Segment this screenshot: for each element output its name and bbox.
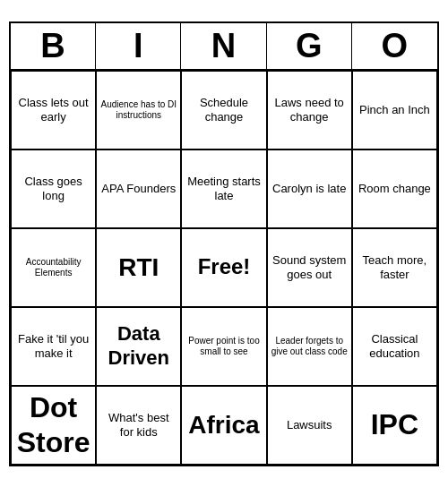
header-letter-g: G [267,23,352,69]
bingo-header: BINGO [11,23,437,71]
bingo-cell-8: Carolyn is late [267,150,352,228]
header-letter-n: N [181,23,266,69]
bingo-cell-19: Classical education [352,307,437,386]
bingo-cell-12: Free! [181,228,266,307]
bingo-cell-6: APA Founders [96,150,181,228]
bingo-card: BINGO Class lets out earlyAudience has t… [9,21,439,466]
header-letter-i: I [96,23,181,69]
bingo-cell-2: Schedule change [181,71,266,150]
bingo-cell-23: Lawsuits [267,386,352,465]
bingo-cell-17: Power point is too small to see [181,307,266,386]
bingo-cell-9: Room change [352,150,437,228]
bingo-cell-14: Teach more, faster [352,228,437,307]
bingo-cell-3: Laws need to change [267,71,352,150]
bingo-cell-24: IPC [352,386,437,465]
header-letter-b: B [11,23,96,69]
bingo-cell-11: RTI [96,228,181,307]
bingo-grid: Class lets out earlyAudience has to DI i… [11,71,437,465]
bingo-cell-15: Fake it 'til you make it [11,307,96,386]
bingo-cell-20: Dot Store [11,386,96,465]
bingo-cell-22: Africa [181,386,266,465]
bingo-cell-13: Sound system goes out [267,228,352,307]
bingo-cell-7: Meeting starts late [181,150,266,228]
bingo-cell-0: Class lets out early [11,71,96,150]
bingo-cell-16: Data Driven [96,307,181,386]
bingo-cell-18: Leader forgets to give out class code [267,307,352,386]
bingo-cell-5: Class goes long [11,150,96,228]
header-letter-o: O [352,23,437,69]
bingo-cell-4: Pinch an Inch [352,71,437,150]
bingo-cell-10: Accountability Elements [11,228,96,307]
bingo-cell-1: Audience has to DI instructions [96,71,181,150]
bingo-cell-21: What's best for kids [96,386,181,465]
